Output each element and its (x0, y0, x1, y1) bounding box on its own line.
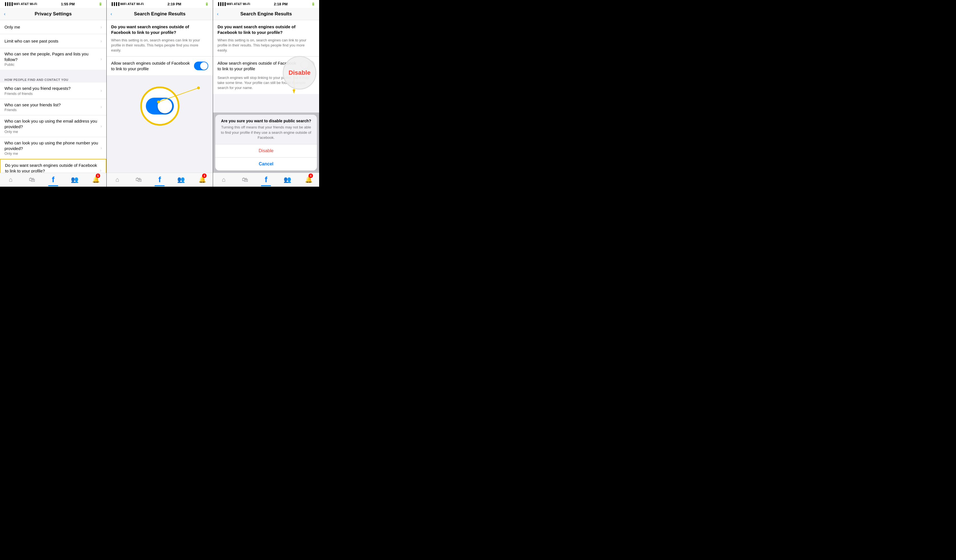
friends-list-subtitle: Friends (5, 108, 98, 112)
tab-groups-2[interactable]: 👥 (170, 173, 192, 186)
friends-list-row[interactable]: Who can see your friends list? Friends › (0, 99, 106, 116)
status-right-1: 🔋 (99, 2, 102, 6)
nav-bar-2: ‹ Search Engine Results (107, 8, 213, 20)
friend-requests-row[interactable]: Who can send you friend requests? Friend… (0, 83, 106, 99)
section-block-2: Do you want search engines outside of Fa… (107, 20, 213, 56)
chevron-icon-phone: › (101, 146, 102, 151)
friend-requests-content: Who can send you friend requests? Friend… (5, 86, 98, 96)
dialog-message: Turning this off means that your friends… (215, 125, 317, 144)
battery-icon-1: 🔋 (99, 2, 102, 6)
zoom-area-2 (107, 81, 213, 131)
tab-shop-1[interactable]: 🛍 (21, 173, 42, 186)
chevron-icon-fl: › (101, 104, 102, 110)
status-carrier-2: ▐▐▐▐ WiFi AT&T Wi-Fi (110, 2, 144, 6)
back-button-1[interactable]: ‹ (4, 11, 5, 17)
facebook-icon-1: f (52, 175, 54, 184)
tab-home-1[interactable]: ⌂ (0, 173, 21, 186)
search-engine-content: Do you want search engines outside of Fa… (5, 163, 98, 173)
dialog-overlay: Are you sure you want to disable public … (213, 113, 319, 173)
tab-bar-1: ⌂ 🛍 f 👥 🔔 5 (0, 173, 106, 187)
chevron-icon-pages: › (101, 56, 102, 61)
tab-notifications-3[interactable]: 🔔 4 (298, 173, 319, 186)
tab-facebook-2[interactable]: f (149, 173, 170, 186)
status-time-1: 1:55 PM (61, 2, 75, 6)
chevron-icon-email: › (101, 124, 102, 129)
battery-icon-3: 🔋 (311, 2, 315, 6)
dialog-cancel-button[interactable]: Cancel (215, 158, 317, 171)
who-can-see-pages-subtitle: Public (5, 63, 98, 67)
back-button-2[interactable]: ‹ (110, 11, 112, 17)
chevron-left-icon-2: ‹ (110, 11, 112, 17)
email-lookup-content: Who can look you up using the email addr… (5, 118, 98, 134)
friend-requests-title: Who can send you friend requests? (5, 86, 98, 91)
contact-list-section: Who can send you friend requests? Friend… (0, 83, 106, 173)
tab-bar-2: ⌂ 🛍 f 👥 🔔 4 (107, 173, 213, 187)
tab-groups-3[interactable]: 👥 (277, 173, 298, 186)
dialog-disable-button[interactable]: Disable (215, 144, 317, 157)
home-icon-3: ⌂ (222, 176, 225, 183)
status-bar-2: ▐▐▐▐ WiFi AT&T Wi-Fi 2:19 PM 🔋 (107, 0, 213, 8)
only-me-label: Only me (5, 24, 98, 30)
wifi-icon-2: WiFi (120, 2, 127, 6)
disable-circle-label: Disable (289, 69, 310, 77)
phone-lookup-title: Who can look you up using the phone numb… (5, 140, 98, 151)
shop-icon-3: 🛍 (242, 176, 248, 183)
limit-past-posts-content: Limit who can see past posts (5, 38, 98, 44)
tab-shop-2[interactable]: 🛍 (128, 173, 149, 186)
tab-shop-3[interactable]: 🛍 (234, 173, 256, 186)
tab-home-3[interactable]: ⌂ (213, 173, 234, 186)
section-header-contact: HOW PEOPLE FIND AND CONTACT YOU (0, 75, 106, 83)
who-can-see-pages-row[interactable]: Who can see the people, Pages and lists … (0, 48, 106, 70)
tab-notifications-2[interactable]: 🔔 4 (192, 173, 213, 186)
big-toggle-circle-2 (140, 86, 179, 125)
carrier-text-3: AT&T Wi-Fi (234, 2, 250, 6)
only-me-row[interactable]: Only me › (0, 20, 106, 34)
facebook-icon-2: f (159, 175, 161, 184)
nav-title-1: Privacy Settings (35, 11, 72, 17)
phone-lookup-row[interactable]: Who can look you up using the phone numb… (0, 137, 106, 159)
chevron-icon-limit: › (101, 39, 102, 44)
section-desc-3: When this setting is on, search engines … (217, 38, 314, 56)
wifi-icon: WiFi (13, 2, 20, 6)
separator-1 (0, 70, 106, 75)
status-time-2: 2:19 PM (167, 2, 181, 6)
notification-badge-1: 5 (96, 174, 100, 178)
chevron-icon-search: › (100, 168, 101, 173)
content-2: Do you want search engines outside of Fa… (107, 20, 213, 173)
battery-icon-2: 🔋 (205, 2, 209, 6)
limit-past-posts-row[interactable]: Limit who can see past posts › (0, 34, 106, 48)
who-can-see-pages-title: Who can see the people, Pages and lists … (5, 51, 98, 62)
tab-active-indicator-2 (154, 185, 165, 186)
phone-lookup-content: Who can look you up using the phone numb… (5, 140, 98, 155)
content-1: Only me › Limit who can see past posts ›… (0, 20, 106, 173)
phone-lookup-subtitle: Only me (5, 151, 98, 155)
tab-active-indicator-1 (48, 185, 58, 186)
chevron-icon-only-me: › (101, 25, 102, 30)
groups-icon-3: 👥 (284, 176, 291, 183)
section-block-3: Do you want search engines outside of Fa… (213, 20, 319, 56)
search-engine-row[interactable]: Do you want search engines outside of Fa… (0, 159, 106, 173)
nav-bar-3: ‹ Search Engine Results (213, 8, 319, 20)
notification-badge-3: 4 (308, 174, 313, 178)
status-right-3: 🔋 (311, 2, 315, 6)
tab-facebook-1[interactable]: f (42, 173, 64, 186)
status-time-3: 2:18 PM (274, 2, 288, 6)
tab-groups-1[interactable]: 👥 (64, 173, 85, 186)
tab-notifications-1[interactable]: 🔔 5 (85, 173, 106, 186)
limit-past-posts-title: Limit who can see past posts (5, 38, 98, 44)
status-bar-3: ▐▐▐▐ WiFi AT&T Wi-Fi 2:18 PM 🔋 (213, 0, 319, 8)
tab-facebook-3[interactable]: f (256, 173, 277, 186)
chevron-left-icon-1: ‹ (4, 11, 5, 17)
back-button-3[interactable]: ‹ (217, 11, 219, 17)
chevron-left-icon-3: ‹ (217, 11, 219, 17)
wifi-icon-3: WiFi (226, 2, 233, 6)
tab-home-2[interactable]: ⌂ (107, 173, 128, 186)
search-engine-title: Do you want search engines outside of Fa… (5, 163, 98, 173)
section-title-2: Do you want search engines outside of Fa… (111, 24, 208, 36)
panel-privacy-settings: ▐▐▐▐ WiFi AT&T Wi-Fi 1:55 PM 🔋 ‹ Privacy… (0, 0, 106, 187)
toggle-switch-2[interactable] (194, 61, 208, 70)
friends-list-title: Who can see your friends list? (5, 102, 98, 108)
section-desc-2: When this setting is on, search engines … (111, 38, 208, 56)
email-lookup-row[interactable]: Who can look you up using the email addr… (0, 115, 106, 137)
status-bar-1: ▐▐▐▐ WiFi AT&T Wi-Fi 1:55 PM 🔋 (0, 0, 106, 8)
